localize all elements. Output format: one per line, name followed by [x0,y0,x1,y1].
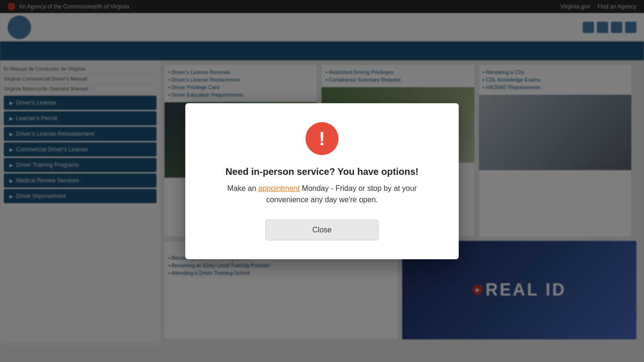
modal-overlay: ! Need in-person service? You have optio… [0,0,644,13]
